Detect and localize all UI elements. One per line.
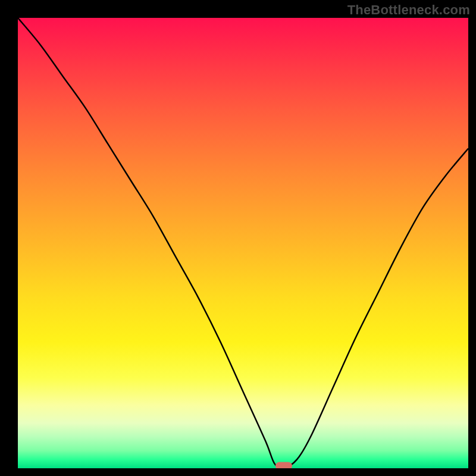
chart-frame: TheBottleneck.com <box>0 0 476 476</box>
plot-area <box>18 18 468 468</box>
optimal-marker <box>275 462 292 469</box>
watermark-text: TheBottleneck.com <box>347 2 470 18</box>
bottleneck-curve <box>18 18 468 468</box>
curve-path <box>18 18 468 468</box>
